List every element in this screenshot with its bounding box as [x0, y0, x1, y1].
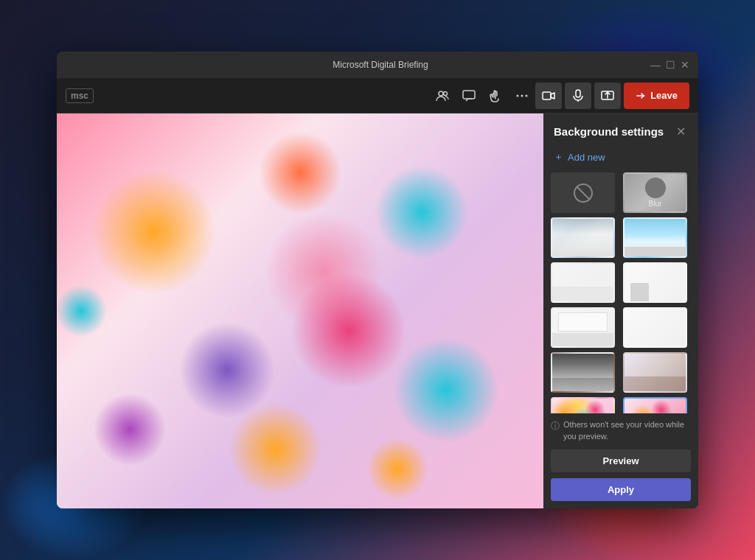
background-balls1-thumb[interactable] — [551, 397, 615, 413]
video-toggle-button[interactable] — [535, 83, 562, 109]
add-new-icon: ＋ — [554, 150, 563, 164]
close-button[interactable]: ✕ — [681, 60, 689, 69]
info-text: Others won't see your video while you pr… — [563, 419, 691, 442]
background-minimal1-thumb[interactable] — [551, 307, 615, 348]
minimize-button[interactable]: — — [651, 60, 660, 69]
svg-point-4 — [521, 94, 523, 97]
background-outdoor1-thumb[interactable] — [623, 217, 687, 258]
share-screen-button[interactable] — [594, 83, 621, 109]
info-section: ⓘ Others won't see your video while you … — [543, 413, 698, 447]
apply-button[interactable]: Apply — [551, 478, 691, 501]
preview-button[interactable]: Preview — [551, 449, 691, 472]
background-whitewall-thumb[interactable] — [623, 307, 687, 348]
bg-settings-header: Background settings ✕ — [543, 113, 698, 146]
main-content: Background settings ✕ ＋ Add new — [57, 113, 698, 508]
background-settings-panel: Background settings ✕ ＋ Add new — [543, 113, 698, 508]
add-new-button[interactable]: ＋ Add new — [543, 146, 698, 172]
call-controls: Leave — [535, 83, 689, 109]
more-options-icon[interactable] — [515, 88, 529, 103]
svg-point-0 — [439, 91, 443, 96]
blur-label: Blur — [649, 200, 662, 208]
background-industrial-thumb[interactable] — [551, 352, 615, 393]
background-blur-thumb[interactable]: Blur — [623, 172, 687, 213]
video-background — [57, 113, 543, 508]
background-room1-thumb[interactable] — [551, 262, 615, 303]
thumbnails-grid: Blur — [551, 172, 691, 413]
title-bar: Microsoft Digital Briefing — ☐ ✕ — [57, 52, 698, 78]
leave-button-label: Leave — [650, 90, 678, 101]
window-controls: — ☐ ✕ — [651, 60, 689, 69]
logo: msc — [66, 88, 94, 103]
svg-rect-7 — [576, 90, 580, 97]
svg-line-11 — [577, 186, 590, 200]
background-none-thumb[interactable] — [551, 172, 615, 213]
thumbnails-container: Blur — [543, 172, 698, 413]
background-balls2-thumb[interactable]: ✓ — [623, 397, 687, 413]
background-office1-thumb[interactable] — [551, 217, 615, 258]
background-plainwall-thumb[interactable] — [623, 352, 687, 393]
main-window: Microsoft Digital Briefing — ☐ ✕ msc — [57, 52, 698, 508]
leave-button[interactable]: Leave — [624, 83, 689, 109]
mic-toggle-button[interactable] — [565, 83, 591, 109]
svg-point-5 — [526, 94, 528, 97]
blur-avatar — [645, 178, 666, 198]
window-title: Microsoft Digital Briefing — [110, 60, 651, 70]
toolbar: msc — [57, 78, 698, 113]
svg-rect-2 — [463, 91, 475, 99]
maximize-button[interactable]: ☐ — [666, 60, 675, 69]
video-area — [57, 113, 543, 508]
background-room2-thumb[interactable] — [623, 262, 687, 303]
toolbar-icons — [435, 88, 529, 103]
svg-point-3 — [517, 94, 519, 97]
raise-hand-icon[interactable] — [488, 88, 503, 103]
svg-rect-6 — [543, 92, 551, 99]
people-icon[interactable] — [435, 88, 450, 103]
bg-settings-close-button[interactable]: ✕ — [673, 124, 688, 139]
bg-settings-title: Background settings — [554, 125, 664, 138]
chat-icon[interactable] — [462, 88, 476, 103]
svg-point-1 — [444, 91, 448, 95]
info-icon: ⓘ — [551, 420, 560, 433]
add-new-label: Add new — [568, 152, 605, 163]
